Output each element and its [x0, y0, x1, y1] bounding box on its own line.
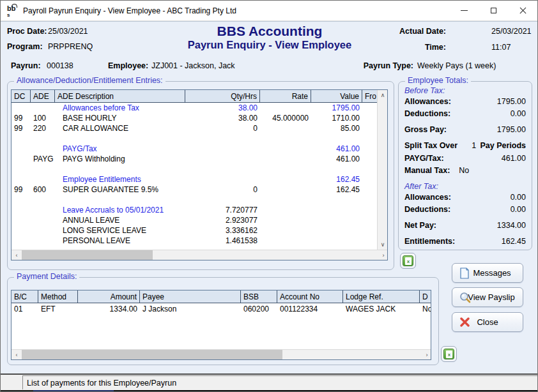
view-payslip-button-label: View Payslip [468, 292, 514, 302]
totals-value: 162.45 [502, 237, 526, 249]
totals-row: Allowances:1795.00 [404, 97, 526, 109]
app-title: BBS Accounting [1, 24, 538, 39]
entries-cell-desc: LONG SERVICE LEAVE [55, 226, 185, 235]
view-payslip-button[interactable]: View Payslip [452, 287, 523, 307]
maximize-button[interactable] [479, 1, 508, 20]
payments-header-cell-bc: B/C [12, 290, 38, 303]
payments-cell-amount: 1334.00 [78, 305, 140, 313]
totals-row: Allowances:0.00 [404, 193, 526, 205]
entries-table: DCADEADE DescriptionQty/HrsRateValueFro … [11, 89, 388, 260]
entries-horizontal-scrollbar[interactable]: ‹ › [12, 250, 388, 260]
payrun-label: Payrun: [11, 61, 41, 70]
payrun-value: 000138 [47, 61, 73, 70]
entries-header-cell-desc: ADE Description [55, 90, 185, 102]
entries-panel: Allowance/Deduction/Entitlement Entries:… [7, 81, 394, 270]
entries-row[interactable]: 99600SUPER GUARANTEE 9.5%0162.45 [12, 185, 377, 195]
entries-excel-export-button[interactable]: x [400, 253, 416, 269]
document-icon [459, 268, 470, 279]
window-title: Payroll Payrun Enquiry - View Employee -… [23, 6, 236, 15]
entries-row[interactable]: Leave Accruals to 05/01/20217.720777 [12, 205, 377, 215]
payments-header-cell-account: Account No [277, 290, 343, 303]
close-action-button[interactable]: Close [452, 312, 523, 332]
payments-row[interactable]: 01EFT1334.00J Jackson060200001122334WAGE… [12, 303, 431, 314]
entries-header-cell-ade: ADE [31, 90, 55, 102]
entries-hscroll-thumb[interactable] [22, 250, 153, 260]
entries-row[interactable]: 99220CAR ALLOWANCE085.00 [12, 123, 377, 133]
entries-hscroll-track[interactable] [22, 250, 378, 260]
entries-header-row: DCADEADE DescriptionQty/HrsRateValueFro [12, 90, 377, 103]
payments-legend: Payment Details: [14, 272, 79, 281]
entries-cell-desc: PAYG/Tax [55, 144, 185, 153]
scroll-down-button[interactable]: ∨ [378, 239, 388, 250]
entries-cell-qty: 38.00 [185, 114, 260, 123]
totals-value: 0.00 [511, 109, 526, 121]
entries-vscroll-track[interactable] [378, 100, 387, 239]
totals-label: Deductions: [404, 205, 450, 217]
entries-cell-value: 85.00 [311, 124, 362, 133]
close-button-label: Close [477, 317, 498, 327]
entries-cell-desc: SUPER GUARANTEE 9.5% [55, 185, 185, 194]
entries-spacer-row [12, 164, 377, 174]
payments-cell-bc: 01 [12, 305, 38, 313]
payments-header-cell-method: Method [38, 290, 78, 303]
payments-hscroll-track[interactable] [22, 350, 422, 359]
entries-cell-rate: 45.000000 [260, 114, 311, 123]
magnifier-icon [459, 292, 471, 303]
totals-body: Before Tax:Allowances:1795.00Deductions:… [404, 86, 526, 249]
entries-row[interactable]: PERSONAL LEAVE1.461538 [12, 236, 377, 246]
entries-cell-value: 461.00 [311, 155, 362, 163]
entries-cell-desc: ANNUAL LEAVE [55, 216, 185, 225]
payments-horizontal-scrollbar[interactable]: ‹ › [12, 349, 431, 359]
entries-cell-desc: BASE HOURLY [55, 114, 185, 123]
minimize-icon [461, 10, 468, 11]
payments-header-cell-lodge: Lodge Ref. [343, 290, 420, 303]
entries-vertical-scrollbar[interactable]: ∧ ∨ [377, 90, 387, 250]
entries-legend: Allowance/Deduction/Entitlement Entries: [14, 76, 165, 85]
entries-cell-desc: PAYG Withholding [55, 155, 185, 163]
minimize-button[interactable] [449, 1, 479, 20]
entries-row[interactable]: Employee Entitlements162.45 [12, 174, 377, 185]
payrun-type-value: Weekly Pays (1 week) [417, 61, 496, 70]
entries-header-cell-value: Value [311, 90, 362, 102]
window-close-button[interactable] [508, 1, 537, 20]
totals-label: Allowances: [404, 97, 451, 109]
totals-label: Entitlements: [404, 237, 455, 249]
entries-header-cell-rate: Rate [260, 90, 311, 102]
payments-header-row: B/CMethodAmountPayeeBSBAccount NoLodge R… [12, 290, 431, 303]
entries-cell-qty: 0 [185, 124, 260, 133]
totals-panel: Employee Totals: Before Tax:Allowances:1… [398, 81, 532, 250]
entries-header-cell-dc: DC [12, 90, 31, 102]
entries-cell-desc: Leave Accruals to 05/01/2021 [55, 206, 185, 215]
scroll-left-button[interactable]: ‹ [12, 250, 22, 260]
payments-hscroll-thumb[interactable] [22, 350, 282, 359]
payments-header-cell-amount: Amount [78, 290, 140, 303]
payments-cell-lodge: WAGES JACK [343, 305, 420, 313]
employee-label: Employee: [108, 61, 148, 70]
entries-row[interactable]: PAYGPAYG Withholding461.00 [12, 154, 377, 164]
entries-row[interactable]: LONG SERVICE LEAVE3.336162 [12, 225, 377, 236]
entries-cell-qty: 2.923077 [185, 216, 260, 225]
entries-cell-ade: 220 [31, 124, 55, 133]
scroll-left-button[interactable]: ‹ [12, 350, 22, 360]
entries-cell-qty: 7.720777 [185, 206, 260, 215]
messages-button[interactable]: Messages [452, 263, 523, 283]
entries-row[interactable]: Allowances before Tax38.001795.00 [12, 103, 377, 113]
scroll-up-button[interactable]: ∧ [378, 90, 388, 100]
employee-value: JZJ001 - Jackson, Jack [151, 61, 235, 70]
excel-icon: x [403, 255, 413, 266]
entries-row[interactable]: 99100BASE HOURLY38.0045.0000001710.00 [12, 113, 377, 123]
entries-row[interactable]: PAYG/Tax461.00 [12, 144, 377, 154]
entries-cell-desc: CAR ALLOWANCE [55, 124, 185, 133]
scroll-right-button[interactable]: › [422, 350, 431, 360]
payments-cell-payee: J Jackson [140, 305, 241, 313]
entries-cell-value: 1710.00 [311, 114, 362, 123]
red-x-icon [459, 317, 470, 328]
payments-excel-export-button[interactable]: x [441, 346, 457, 362]
payments-body: 01EFT1334.00J Jackson060200001122334WAGE… [12, 303, 431, 350]
entries-cell-qty: 1.461538 [185, 236, 260, 245]
title-bar: bb s Payroll Payrun Enquiry - View Emplo… [1, 1, 537, 21]
scroll-right-button[interactable]: › [378, 250, 388, 260]
entries-row[interactable]: ANNUAL LEAVE2.923077 [12, 215, 377, 225]
messages-button-label: Messages [473, 268, 511, 278]
entries-cell-desc: PERSONAL LEAVE [55, 236, 185, 245]
